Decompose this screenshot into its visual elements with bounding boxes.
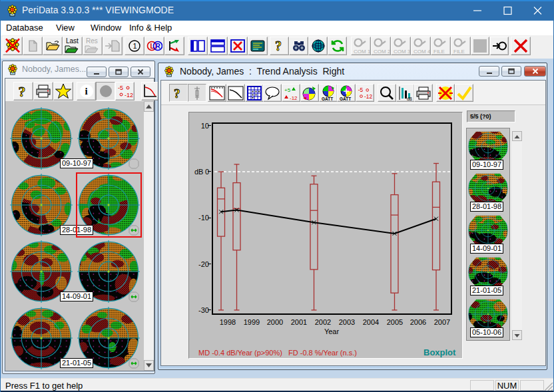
svg-text:COM 1: COM 1: [354, 49, 370, 55]
svg-text:GATT: GATT: [340, 97, 351, 101]
svg-text:COM 3: COM 3: [394, 49, 410, 55]
svg-text:Res: Res: [86, 37, 98, 45]
svg-text:COM 2: COM 2: [374, 49, 390, 55]
svg-text:-5: -5: [358, 87, 364, 93]
svg-text:-12: -12: [364, 93, 372, 100]
svg-text:?: ?: [18, 84, 25, 100]
svg-text:COM 4: COM 4: [414, 49, 430, 55]
svg-text:-12: -12: [125, 92, 133, 98]
svg-text:?: ?: [174, 87, 180, 100]
svg-text:+5: +5: [284, 87, 291, 93]
svg-text:dB: dB: [407, 97, 412, 101]
svg-text:Last: Last: [66, 37, 79, 45]
svg-text:FILE: FILE: [433, 49, 445, 55]
svg-text:GATT: GATT: [322, 97, 333, 101]
svg-text:i: i: [85, 86, 87, 97]
svg-text:-12: -12: [290, 95, 298, 101]
svg-text:1: 1: [133, 42, 137, 50]
svg-text:R: R: [156, 43, 161, 50]
svg-text:FILE: FILE: [453, 49, 465, 55]
svg-text:-5: -5: [118, 85, 123, 91]
svg-text:?: ?: [275, 39, 282, 53]
